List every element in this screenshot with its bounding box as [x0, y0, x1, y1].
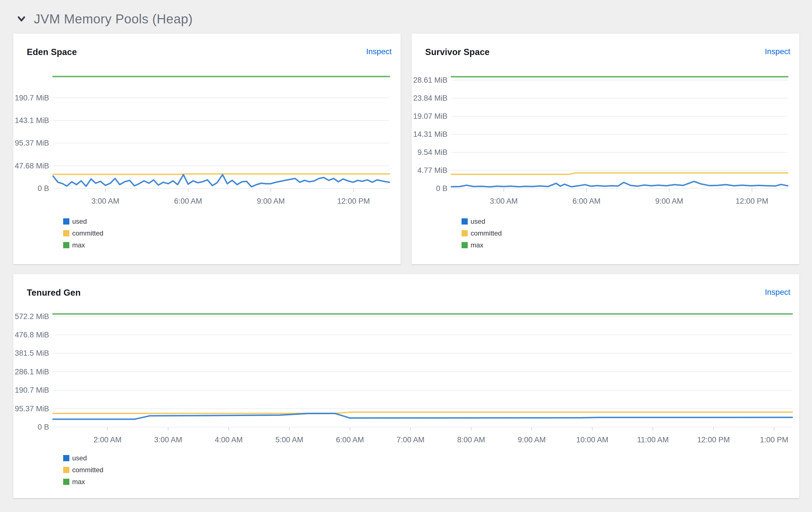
- y-axis-label: 19.07 MiB: [413, 112, 447, 120]
- x-axis-label: 3:00 AM: [154, 435, 182, 444]
- x-axis-label: 6:00 AM: [174, 197, 202, 205]
- x-axis-label: 10:00 AM: [576, 435, 608, 444]
- card-header: Eden Space Inspect: [27, 47, 392, 57]
- x-axis-label: 9:00 AM: [655, 197, 683, 205]
- committed-line: [53, 412, 792, 414]
- y-axis-label: 9.54 MiB: [417, 148, 447, 157]
- used-line: [452, 181, 788, 187]
- chevron-down-icon[interactable]: [16, 13, 27, 25]
- committed-line: [53, 174, 389, 175]
- x-axis-label: 1:00 PM: [760, 435, 788, 444]
- y-axis-label: 381.5 MiB: [14, 349, 49, 358]
- y-axis-label: 0 B: [37, 423, 49, 431]
- chart-title: Survivor Space: [425, 47, 490, 57]
- legend-label: max: [470, 241, 483, 249]
- used-line: [53, 175, 389, 187]
- y-axis-label: 190.7 MiB: [14, 386, 49, 394]
- used-line: [53, 413, 792, 419]
- x-axis-label: 12:00 PM: [697, 435, 730, 444]
- max-swatch: [63, 479, 69, 485]
- inspect-link[interactable]: Inspect: [765, 47, 790, 56]
- y-axis-label: 286.1 MiB: [14, 368, 49, 376]
- y-axis-label: 4.77 MiB: [417, 166, 447, 175]
- y-axis-label: 95.37 MiB: [14, 139, 49, 147]
- legend-item-used[interactable]: used: [63, 218, 104, 225]
- legend-label: committed: [72, 229, 104, 237]
- tenured-gen-chart[interactable]: 0 B95.37 MiB190.7 MiB286.1 MiB381.5 MiB4…: [13, 306, 799, 451]
- y-axis-label: 476.8 MiB: [14, 331, 49, 339]
- max-swatch: [63, 242, 69, 248]
- x-axis-label: 3:00 AM: [490, 197, 518, 205]
- y-axis-label: 14.31 MiB: [413, 130, 447, 139]
- max-swatch: [462, 242, 468, 248]
- legend-label: used: [72, 454, 87, 462]
- card-header: Tenured Gen Inspect: [27, 288, 790, 298]
- used-swatch: [63, 218, 69, 225]
- x-axis-label: 9:00 AM: [518, 435, 546, 444]
- x-axis-label: 6:00 AM: [573, 197, 601, 205]
- card-header: Survivor Space Inspect: [425, 47, 790, 57]
- x-axis-label: 2:00 AM: [94, 435, 121, 444]
- legend-item-committed[interactable]: committed: [63, 229, 104, 237]
- used-swatch: [462, 218, 468, 225]
- eden-space-chart[interactable]: 0 B47.68 MiB95.37 MiB143.1 MiB190.7 MiB3…: [13, 68, 401, 211]
- inspect-link[interactable]: Inspect: [765, 288, 790, 297]
- chart-legend: usedcommittedmax: [462, 218, 502, 249]
- y-axis-label: 95.37 MiB: [14, 404, 49, 413]
- committed-swatch: [63, 230, 69, 236]
- legend-label: used: [470, 218, 485, 225]
- y-axis-label: 190.7 MiB: [14, 94, 49, 102]
- x-axis-label: 12:00 PM: [735, 197, 768, 205]
- legend-label: max: [72, 478, 85, 486]
- chart-title: Eden Space: [27, 47, 77, 57]
- y-axis-label: 28.61 MiB: [413, 76, 447, 84]
- legend-item-used[interactable]: used: [63, 454, 104, 462]
- x-axis-label: 8:00 AM: [457, 435, 485, 444]
- x-axis-label: 9:00 AM: [257, 197, 285, 205]
- legend-label: committed: [470, 229, 502, 237]
- y-axis-label: 0 B: [37, 184, 49, 193]
- committed-line: [452, 173, 788, 174]
- y-axis-label: 23.84 MiB: [413, 94, 447, 103]
- legend-item-used[interactable]: used: [462, 218, 502, 225]
- committed-swatch: [462, 230, 468, 236]
- section-header: JVM Memory Pools (Heap): [16, 11, 193, 27]
- x-axis-label: 11:00 AM: [637, 435, 669, 444]
- tenured-gen-card: Tenured Gen Inspect 0 B95.37 MiB190.7 Mi…: [13, 274, 799, 498]
- y-axis-label: 0 B: [436, 184, 447, 193]
- chart-legend: usedcommittedmax: [63, 218, 104, 249]
- survivor-space-card: Survivor Space Inspect 0 B4.77 MiB9.54 M…: [412, 34, 799, 264]
- eden-space-card: Eden Space Inspect 0 B47.68 MiB95.37 MiB…: [13, 34, 401, 264]
- committed-swatch: [63, 467, 69, 473]
- legend-label: used: [72, 218, 87, 225]
- legend-item-committed[interactable]: committed: [63, 466, 104, 474]
- section-title: JVM Memory Pools (Heap): [34, 11, 193, 27]
- jvm-memory-dashboard: { "section": { "title": "JVM Memory Pool…: [0, 0, 812, 512]
- y-axis-label: 572.2 MiB: [14, 312, 49, 321]
- x-axis-label: 3:00 AM: [91, 197, 119, 205]
- used-swatch: [63, 455, 69, 461]
- legend-item-committed[interactable]: committed: [462, 229, 502, 237]
- legend-label: max: [72, 241, 85, 249]
- x-axis-label: 12:00 PM: [337, 197, 370, 205]
- legend-item-max[interactable]: max: [63, 478, 104, 486]
- survivor-space-chart[interactable]: 0 B4.77 MiB9.54 MiB14.31 MiB19.07 MiB23.…: [412, 68, 799, 211]
- y-axis-label: 47.68 MiB: [14, 162, 49, 170]
- x-axis-label: 4:00 AM: [215, 435, 243, 444]
- chart-legend: usedcommittedmax: [63, 454, 104, 486]
- legend-label: committed: [72, 466, 104, 474]
- x-axis-label: 7:00 AM: [397, 435, 424, 444]
- y-axis-label: 143.1 MiB: [14, 116, 49, 125]
- legend-item-max[interactable]: max: [462, 241, 502, 249]
- x-axis-label: 5:00 AM: [276, 435, 303, 444]
- chart-title: Tenured Gen: [27, 288, 81, 298]
- inspect-link[interactable]: Inspect: [366, 47, 392, 56]
- x-axis-label: 6:00 AM: [336, 435, 364, 444]
- legend-item-max[interactable]: max: [63, 241, 104, 249]
